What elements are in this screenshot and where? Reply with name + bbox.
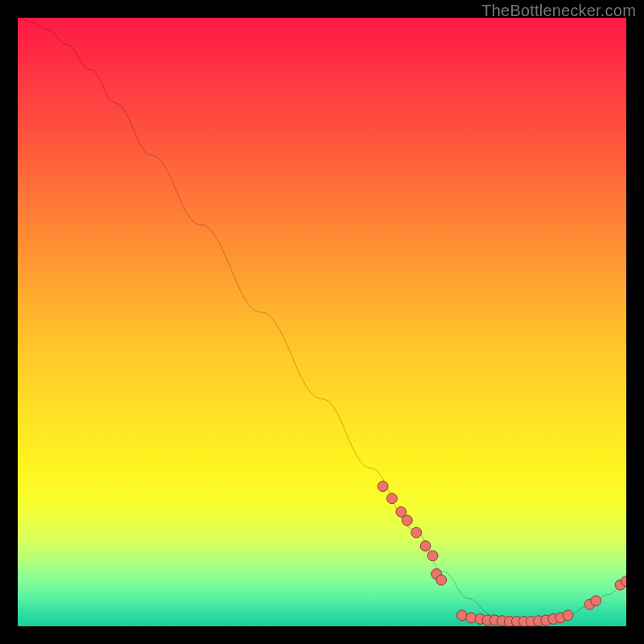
chart-stage: TheBottlenecker.com	[0, 0, 644, 644]
chart-markers	[378, 481, 626, 626]
marker-dot	[387, 493, 398, 504]
marker-dot	[378, 481, 388, 492]
plot-area	[18, 18, 626, 626]
marker-dot	[402, 515, 412, 526]
marker-dot	[591, 596, 601, 606]
marker-dot	[420, 541, 431, 551]
marker-dot	[427, 551, 438, 561]
chart-curve	[18, 18, 626, 621]
marker-dot	[563, 610, 573, 621]
chart-overlay	[18, 18, 626, 626]
marker-dot	[456, 610, 467, 621]
marker-dot	[466, 613, 477, 623]
marker-dot	[436, 575, 447, 585]
marker-dot	[411, 527, 422, 538]
